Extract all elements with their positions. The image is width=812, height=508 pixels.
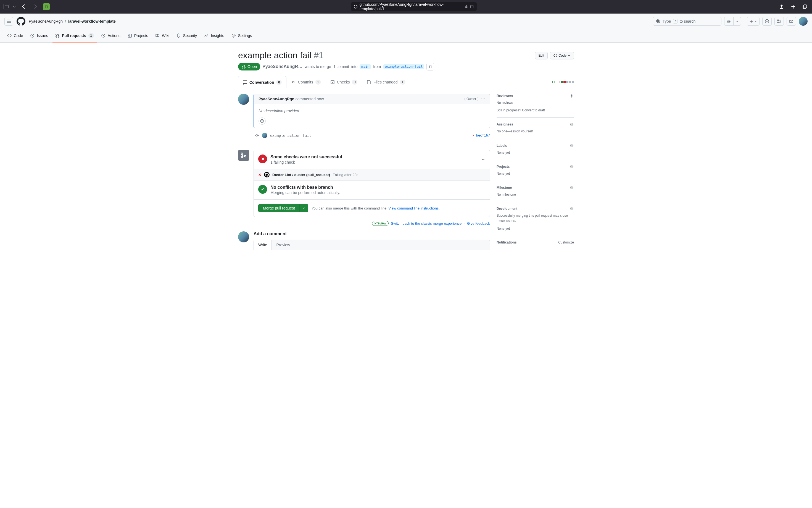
copy-icon[interactable] — [426, 63, 434, 71]
browser-back-button[interactable] — [19, 4, 28, 10]
tab-wiki[interactable]: Wiki — [152, 29, 172, 43]
browser-forward-button — [31, 4, 40, 10]
svg-point-9 — [766, 21, 768, 22]
svg-point-14 — [32, 35, 33, 36]
github-header: PyaeSoneAungRgn / laravel-workflow-templ… — [0, 13, 812, 29]
comment-body: No description provided. — [254, 104, 490, 118]
commit-icon — [255, 133, 259, 138]
url-bar[interactable]: github.com/PyaeSoneAungRgn/laravel-workf… — [351, 2, 477, 11]
url-text: github.com/PyaeSoneAungRgn/laravel-workf… — [360, 2, 463, 11]
svg-point-33 — [244, 155, 246, 157]
add-reaction-button[interactable] — [258, 118, 266, 125]
notifications-button[interactable] — [786, 17, 796, 26]
repo-link[interactable]: laravel-workflow-template — [68, 19, 116, 24]
kebab-icon[interactable]: ··· — [481, 97, 485, 101]
comment-time[interactable]: now — [317, 97, 324, 101]
create-dropdown[interactable] — [747, 17, 760, 26]
browser-chrome: □ github.com/PyaeSoneAungRgn/laravel-wor… — [0, 0, 812, 13]
base-branch[interactable]: main — [360, 64, 371, 69]
assign-yourself-link[interactable]: assign yourself — [511, 129, 533, 133]
conflicts-title: No conflicts with base branch — [271, 185, 340, 190]
convert-draft-link[interactable]: Convert to draft — [522, 108, 545, 112]
reviewers-header[interactable]: Reviewers — [496, 94, 574, 98]
commit-sha[interactable]: becf167 — [476, 133, 490, 137]
pulls-button[interactable] — [774, 17, 784, 26]
projects-header[interactable]: Projects — [496, 164, 574, 169]
svg-point-20 — [233, 35, 234, 36]
check-row[interactable]: ✕ Duster Lint / duster (pull_request) Fa… — [254, 169, 490, 180]
editor-tabs: Write Preview — [253, 240, 490, 250]
tab-files-changed[interactable]: Files changed 1 — [362, 76, 410, 88]
svg-point-35 — [571, 124, 572, 125]
tab-pull-requests[interactable]: Pull requests 1 — [52, 29, 97, 43]
cli-link[interactable]: View command line instructions. — [388, 206, 439, 210]
avatar[interactable] — [262, 133, 267, 138]
switch-classic-link[interactable]: Switch back to the classic merge experie… — [391, 221, 462, 225]
tab-conversation[interactable]: Conversation 0 — [238, 76, 286, 88]
chevron-up-icon[interactable] — [481, 157, 485, 162]
new-tab-icon[interactable] — [790, 3, 797, 10]
checks-subtitle: 1 failing check — [271, 160, 342, 164]
comment-box: PyaeSoneAungRgn commented now Owner ··· … — [253, 94, 490, 128]
merge-button[interactable]: Merge pull request — [258, 204, 300, 212]
tab-code[interactable]: Code — [4, 29, 26, 43]
avatar[interactable] — [238, 94, 249, 105]
feedback-link[interactable]: Give feedback — [467, 221, 490, 225]
add-comment-title: Add a comment — [253, 231, 490, 236]
state-badge: Open — [238, 63, 260, 71]
svg-point-39 — [571, 208, 572, 209]
avatar[interactable] — [799, 17, 808, 26]
tabs-icon[interactable] — [801, 3, 809, 10]
owner-badge: Owner — [464, 97, 478, 101]
hamburger-button[interactable] — [4, 17, 13, 26]
development-header[interactable]: Development — [496, 207, 574, 211]
head-branch[interactable]: example-action-fail — [383, 64, 424, 69]
reader-icon[interactable] — [470, 5, 474, 9]
tab-security[interactable]: Security — [174, 29, 200, 43]
merge-icon — [238, 150, 249, 161]
github-logo-icon — [264, 172, 270, 177]
breadcrumb: PyaeSoneAungRgn / laravel-workflow-templ… — [29, 19, 116, 24]
tab-issues[interactable]: Issues — [27, 29, 51, 43]
chevron-down-icon[interactable] — [13, 5, 16, 8]
github-logo-icon[interactable] — [16, 17, 26, 26]
commit-message[interactable]: example action fail — [270, 133, 311, 138]
preview-tab[interactable]: Preview — [272, 240, 490, 250]
copilot-button[interactable] — [724, 17, 733, 26]
gear-icon — [570, 207, 574, 211]
search-input[interactable]: Type / to search — [653, 17, 721, 26]
svg-point-30 — [256, 135, 258, 136]
merge-dropdown[interactable] — [300, 204, 308, 212]
extension-icon[interactable]: □ — [43, 3, 50, 10]
pr-author[interactable]: PyaeSoneAungR… — [262, 64, 302, 69]
pr-title: example action fail #1 — [238, 50, 324, 60]
copilot-dropdown[interactable] — [733, 17, 741, 26]
write-tab[interactable]: Write — [254, 240, 272, 250]
sidebar-toggle-icon[interactable] — [3, 4, 10, 9]
edit-button[interactable]: Edit — [535, 52, 548, 59]
svg-point-15 — [56, 34, 57, 35]
milestone-header[interactable]: Milestone — [496, 185, 574, 190]
lock-icon — [465, 5, 468, 8]
share-icon[interactable] — [778, 3, 785, 10]
tab-checks[interactable]: Checks 0 — [326, 76, 362, 88]
tab-commits[interactable]: Commits 1 — [286, 76, 325, 88]
tab-projects[interactable]: Projects — [125, 29, 151, 43]
issues-button[interactable] — [762, 17, 772, 26]
code-dropdown-button[interactable]: Code — [550, 52, 574, 59]
avatar[interactable] — [238, 231, 249, 242]
tab-settings[interactable]: Settings — [229, 29, 255, 43]
svg-point-25 — [292, 81, 294, 83]
repo-nav: Code Issues Pull requests 1 Actions Proj… — [0, 29, 812, 43]
svg-point-34 — [571, 95, 572, 96]
tab-insights[interactable]: Insights — [201, 29, 227, 43]
labels-header[interactable]: Labels — [496, 143, 574, 148]
x-icon: ✕ — [258, 155, 267, 163]
comment-author[interactable]: PyaeSoneAungRgn — [258, 97, 294, 101]
x-icon: ✕ — [472, 133, 474, 137]
tab-actions[interactable]: Actions — [98, 29, 123, 43]
customize-link[interactable]: Customize — [558, 241, 574, 244]
assignees-header[interactable]: Assignees — [496, 122, 574, 127]
gear-icon — [570, 143, 574, 148]
owner-link[interactable]: PyaeSoneAungRgn — [29, 19, 63, 24]
